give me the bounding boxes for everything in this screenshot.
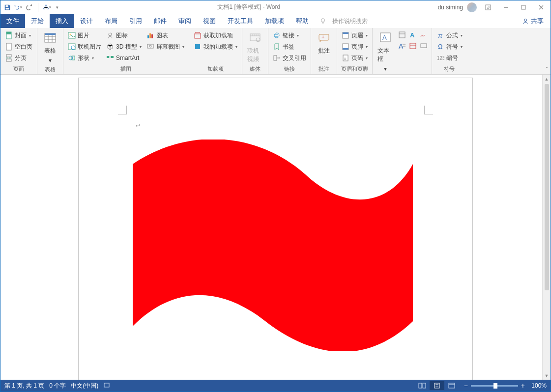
undo-icon[interactable]: ▾ [14, 3, 22, 11]
svg-point-31 [109, 33, 112, 36]
group-pages: 封面▾ 空白页 分页 页面 [0, 28, 37, 74]
link-button[interactable]: 链接▾ [271, 30, 308, 41]
quickparts-icon[interactable] [397, 30, 407, 40]
zoom-in-icon[interactable]: + [521, 382, 525, 390]
pageno-button[interactable]: #页码▾ [340, 53, 369, 63]
blank-page-button[interactable]: 空白页 [3, 41, 34, 52]
zoom-slider[interactable] [471, 385, 518, 387]
margin-mark [118, 106, 127, 114]
svg-rect-33 [111, 56, 114, 58]
tab-developer[interactable]: 开发工具 [222, 14, 259, 28]
save-icon[interactable] [3, 3, 11, 11]
collapse-ribbon-icon[interactable]: ˆ [546, 67, 548, 72]
shapes-button[interactable]: 形状▾ [66, 53, 103, 63]
picture-button[interactable]: 图片 [66, 30, 103, 41]
tab-mailings[interactable]: 邮件 [148, 14, 173, 28]
online-picture-button[interactable]: 联机图片 [66, 41, 103, 52]
lightbulb-icon[interactable] [317, 14, 329, 28]
wordart-icon[interactable]: A [408, 30, 418, 40]
tab-layout[interactable]: 布局 [99, 14, 123, 28]
dropcap-icon[interactable]: A [397, 41, 407, 51]
tab-home[interactable]: 开始 [25, 14, 50, 28]
svg-rect-7 [522, 5, 525, 9]
close-icon[interactable] [535, 3, 548, 12]
ribbon-display-options-icon[interactable] [482, 3, 494, 12]
customize-qat-icon[interactable]: ▾ [54, 3, 60, 11]
scroll-up-icon[interactable]: ▲ [543, 75, 551, 83]
comment-button[interactable]: + 批注 [314, 30, 334, 56]
svg-rect-71 [449, 383, 455, 388]
number-button[interactable]: 123编号 [435, 53, 464, 63]
group-tables: 表格 ▾ 表格 [37, 28, 63, 74]
scroll-down-icon[interactable]: ▼ [543, 371, 551, 380]
symbol-button[interactable]: Ω符号▾ [435, 41, 464, 52]
wave-shape[interactable] [133, 140, 413, 351]
smartart-button[interactable]: SmartArt [105, 53, 143, 63]
zoom-out-icon[interactable]: − [464, 382, 468, 390]
bookmark-button[interactable]: 书签 [271, 41, 308, 52]
tab-file[interactable]: 文件 [0, 14, 25, 28]
tab-help[interactable]: 帮助 [290, 14, 315, 28]
icons-icon [106, 31, 114, 39]
signature-icon[interactable] [419, 30, 429, 40]
status-words[interactable]: 0 个字 [49, 382, 66, 390]
maximize-icon[interactable] [517, 3, 530, 12]
vertical-scrollbar[interactable]: ▲ ▼ [542, 75, 551, 380]
comment-icon: + [317, 31, 331, 45]
view-buttons [415, 381, 459, 390]
macro-icon[interactable] [103, 382, 110, 390]
chart-button[interactable]: 图表 [145, 30, 186, 41]
group-links: 链接▾ 书签 交叉引用 链接 [268, 28, 311, 74]
footer-icon [342, 43, 349, 51]
my-addins-button[interactable]: 我的加载项▾ [192, 41, 239, 52]
header-button[interactable]: 页眉▾ [340, 30, 369, 41]
footer-button[interactable]: 页脚▾ [340, 41, 369, 52]
table-button[interactable]: 表格 ▾ [40, 30, 60, 65]
print-layout-icon[interactable] [430, 381, 444, 390]
status-page[interactable]: 第 1 页, 共 1 页 [4, 382, 44, 390]
read-mode-icon[interactable] [415, 381, 430, 390]
redo-icon[interactable] [25, 3, 33, 11]
picture-icon [68, 31, 76, 39]
zoom-level[interactable]: 100% [528, 382, 547, 389]
online-video-button: 联机视频 [245, 30, 265, 64]
web-layout-icon[interactable] [444, 381, 459, 390]
minimize-icon[interactable] [499, 3, 512, 12]
cover-page-button[interactable]: 封面▾ [3, 30, 34, 41]
page-break-button[interactable]: 分页 [3, 53, 34, 63]
svg-rect-17 [6, 59, 11, 61]
equation-button[interactable]: π公式▾ [435, 30, 464, 41]
group-addins: 获取加载项 我的加载项▾ 加载项 [189, 28, 242, 74]
avatar[interactable] [467, 2, 477, 12]
user-name[interactable]: du siming [438, 4, 463, 11]
datetime-icon[interactable] [408, 41, 418, 51]
svg-rect-39 [195, 34, 201, 38]
tab-view[interactable]: 视图 [197, 14, 222, 28]
link-icon [273, 31, 281, 39]
page[interactable]: ↵ [78, 78, 473, 392]
svg-rect-16 [6, 55, 11, 57]
share-button[interactable]: 共享 [515, 14, 551, 28]
orgchart-icon[interactable]: ▾ [43, 3, 51, 11]
svg-rect-40 [195, 44, 200, 49]
textbox-button[interactable]: A 文本框 ▾ [376, 30, 395, 73]
cover-page-icon [5, 31, 13, 39]
tab-insert[interactable]: 插入 [50, 14, 74, 28]
page-break-icon [5, 54, 13, 62]
document-canvas[interactable]: ↵ [0, 75, 551, 380]
crossref-button[interactable]: 交叉引用 [271, 53, 308, 63]
icons-button[interactable]: 图标 [105, 30, 143, 41]
smartart-icon [106, 54, 114, 62]
pageno-icon: # [342, 54, 349, 62]
screenshot-button[interactable]: 屏幕截图▾ [145, 41, 186, 52]
tab-review[interactable]: 审阅 [173, 14, 197, 28]
search-input[interactable]: 操作说明搜索 [329, 14, 371, 28]
tab-references[interactable]: 引用 [123, 14, 148, 28]
object-icon[interactable] [419, 41, 429, 51]
get-addins-button[interactable]: 获取加载项 [192, 30, 239, 41]
status-lang[interactable]: 中文(中国) [71, 382, 98, 390]
svg-rect-15 [6, 43, 11, 50]
tab-design[interactable]: 设计 [74, 14, 99, 28]
3d-model-button[interactable]: 3D 模型▾ [105, 41, 143, 52]
tab-addins[interactable]: 加载项 [259, 14, 290, 28]
